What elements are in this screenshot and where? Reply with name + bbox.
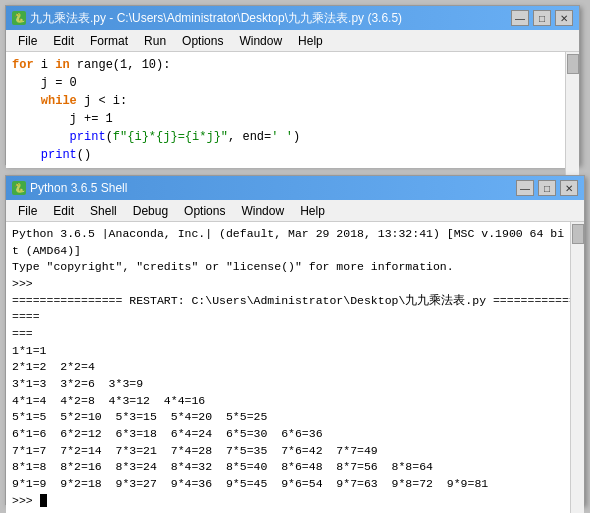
code-line-6: print() bbox=[12, 146, 573, 164]
shell-prompt-final: >>> bbox=[12, 493, 578, 510]
code-line-5: print(f"{i}*{j}={i*j}", end=' ') bbox=[12, 128, 573, 146]
shell-out-1: 1*1=1 bbox=[12, 343, 578, 360]
shell-out-5: 5*1=5 5*2=10 5*3=15 5*4=20 5*5=25 bbox=[12, 409, 578, 426]
shell-menu-help[interactable]: Help bbox=[292, 200, 333, 221]
shell-controls: — □ ✕ bbox=[516, 180, 578, 196]
editor-menu-run[interactable]: Run bbox=[136, 30, 174, 51]
shell-menu-debug[interactable]: Debug bbox=[125, 200, 176, 221]
shell-out-7: 7*1=7 7*2=14 7*3=21 7*4=28 7*5=35 7*6=42… bbox=[12, 443, 578, 460]
shell-title-bar: 🐍 Python 3.6.5 Shell — □ ✕ bbox=[6, 176, 584, 200]
shell-out-6: 6*1=6 6*2=12 6*3=18 6*4=24 6*5=30 6*6=36 bbox=[12, 426, 578, 443]
code-line-3: while j < i: bbox=[12, 92, 573, 110]
editor-scrollbar-thumb bbox=[567, 54, 579, 74]
shell-prompt-1: >>> bbox=[12, 276, 578, 293]
shell-header-2: t (AMD64)] bbox=[12, 243, 578, 260]
editor-minimize-button[interactable]: — bbox=[511, 10, 529, 26]
editor-menu-bar: File Edit Format Run Options Window Help bbox=[6, 30, 579, 52]
editor-window: 🐍 九九乘法表.py - C:\Users\Administrator\Desk… bbox=[5, 5, 580, 165]
shell-close-button[interactable]: ✕ bbox=[560, 180, 578, 196]
shell-out-4: 4*1=4 4*2=8 4*3=12 4*4=16 bbox=[12, 393, 578, 410]
editor-menu-window[interactable]: Window bbox=[231, 30, 290, 51]
editor-menu-format[interactable]: Format bbox=[82, 30, 136, 51]
shell-menu-file[interactable]: File bbox=[10, 200, 45, 221]
shell-body: Python 3.6.5 |Anaconda, Inc.| (default, … bbox=[6, 222, 584, 513]
shell-menu-options[interactable]: Options bbox=[176, 200, 233, 221]
shell-header-1: Python 3.6.5 |Anaconda, Inc.| (default, … bbox=[12, 226, 578, 243]
shell-menu-shell[interactable]: Shell bbox=[82, 200, 125, 221]
editor-maximize-button[interactable]: □ bbox=[533, 10, 551, 26]
shell-equals: === bbox=[12, 326, 578, 343]
shell-menu-edit[interactable]: Edit bbox=[45, 200, 82, 221]
shell-separator: ================ RESTART: C:\Users\Admin… bbox=[12, 293, 578, 326]
shell-menu-window[interactable]: Window bbox=[233, 200, 292, 221]
editor-title-text: 九九乘法表.py - C:\Users\Administrator\Deskto… bbox=[30, 10, 402, 27]
shell-title-left: 🐍 Python 3.6.5 Shell bbox=[12, 181, 127, 195]
editor-app-icon: 🐍 bbox=[12, 11, 26, 25]
editor-title-left: 🐍 九九乘法表.py - C:\Users\Administrator\Desk… bbox=[12, 10, 402, 27]
shell-out-8: 8*1=8 8*2=16 8*3=24 8*4=32 8*5=40 8*6=48… bbox=[12, 459, 578, 476]
shell-scrollbar[interactable] bbox=[570, 222, 584, 513]
editor-code-area[interactable]: for i in range(1, 10): j = 0 while j < i… bbox=[6, 52, 579, 168]
code-line-4: j += 1 bbox=[12, 110, 573, 128]
shell-menu-bar: File Edit Shell Debug Options Window Hel… bbox=[6, 200, 584, 222]
editor-menu-file[interactable]: File bbox=[10, 30, 45, 51]
shell-out-2: 2*1=2 2*2=4 bbox=[12, 359, 578, 376]
code-line-2: j = 0 bbox=[12, 74, 573, 92]
shell-app-icon: 🐍 bbox=[12, 181, 26, 195]
shell-scrollbar-thumb bbox=[572, 224, 584, 244]
editor-close-button[interactable]: ✕ bbox=[555, 10, 573, 26]
shell-header-3: Type "copyright", "credits" or "license(… bbox=[12, 259, 578, 276]
shell-out-9: 9*1=9 9*2=18 9*3=27 9*4=36 9*5=45 9*6=54… bbox=[12, 476, 578, 493]
editor-controls: — □ ✕ bbox=[511, 10, 573, 26]
editor-menu-edit[interactable]: Edit bbox=[45, 30, 82, 51]
shell-out-3: 3*1=3 3*2=6 3*3=9 bbox=[12, 376, 578, 393]
editor-title-bar: 🐍 九九乘法表.py - C:\Users\Administrator\Desk… bbox=[6, 6, 579, 30]
editor-menu-options[interactable]: Options bbox=[174, 30, 231, 51]
editor-menu-help[interactable]: Help bbox=[290, 30, 331, 51]
shell-title-text: Python 3.6.5 Shell bbox=[30, 181, 127, 195]
shell-minimize-button[interactable]: — bbox=[516, 180, 534, 196]
shell-output-area[interactable]: Python 3.6.5 |Anaconda, Inc.| (default, … bbox=[6, 222, 584, 513]
shell-window: 🐍 Python 3.6.5 Shell — □ ✕ File Edit She… bbox=[5, 175, 585, 505]
shell-maximize-button[interactable]: □ bbox=[538, 180, 556, 196]
code-line-1: for i in range(1, 10): bbox=[12, 56, 573, 74]
